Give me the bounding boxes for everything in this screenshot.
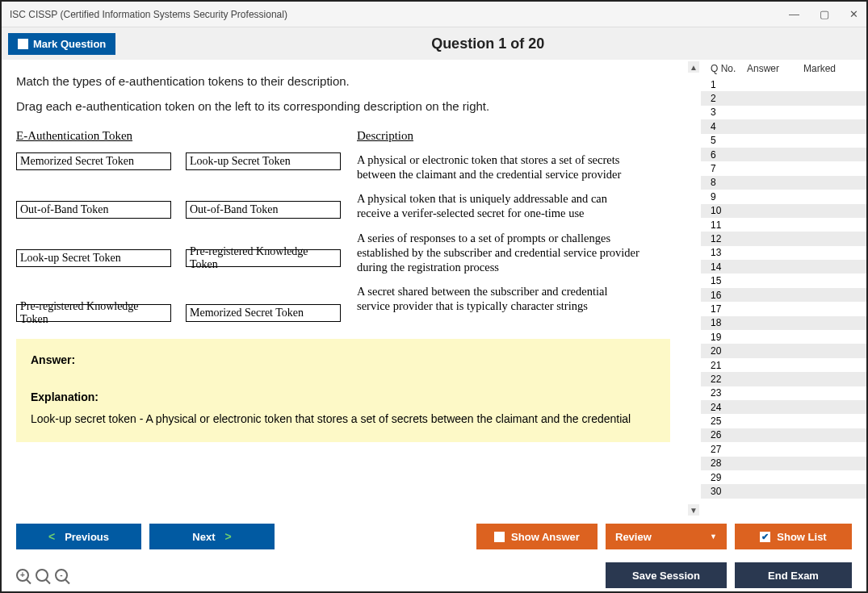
show-answer-checkbox-icon — [494, 532, 505, 542]
question-list-row[interactable]: 23 — [701, 386, 866, 400]
question-number: 19 — [711, 332, 747, 343]
answer-panel: Answer: Explanation: Look-up secret toke… — [16, 339, 670, 442]
drop-target-column: . Look-up Secret Token Out-of-Band Token… — [186, 129, 341, 323]
previous-label: Previous — [65, 531, 109, 543]
show-answer-button[interactable]: Show Answer — [476, 524, 598, 549]
question-list-row[interactable]: 19 — [701, 330, 866, 344]
zoom-out-icon[interactable]: - — [55, 569, 68, 582]
token-dropped[interactable]: Out-of-Band Token — [186, 201, 341, 219]
question-list-row[interactable]: 27 — [701, 442, 866, 456]
question-number: 1 — [711, 79, 747, 90]
question-list-row[interactable]: 18 — [701, 316, 866, 330]
chevron-right-icon: > — [225, 530, 232, 543]
minimize-icon[interactable]: — — [789, 8, 799, 20]
explanation-label: Explanation: — [31, 390, 656, 403]
save-session-button[interactable]: Save Session — [606, 562, 727, 588]
question-list-row[interactable]: 6 — [701, 148, 866, 161]
question-list-row[interactable]: 8 — [701, 176, 866, 190]
review-button[interactable]: Review ▼ — [606, 524, 727, 549]
question-counter: Question 1 of 20 — [115, 35, 860, 52]
show-list-button[interactable]: ✔ Show List — [735, 524, 852, 549]
explanation-text: Look-up secret token - A physical or ele… — [31, 411, 656, 428]
description-item: A physical or electronic token that stor… — [357, 152, 639, 182]
question-list-row[interactable]: 17 — [701, 302, 866, 315]
question-list-row[interactable]: 13 — [701, 246, 866, 260]
dropdown-arrow-icon: ▼ — [710, 532, 717, 541]
question-list-row[interactable]: 16 — [701, 288, 866, 302]
mark-question-label: Mark Question — [33, 38, 106, 50]
question-list-row[interactable]: 10 — [701, 204, 866, 218]
description-item: A secret shared between the subscriber a… — [357, 284, 639, 313]
next-button[interactable]: Next > — [149, 524, 275, 549]
question-number: 13 — [711, 247, 747, 258]
question-number: 21 — [711, 360, 747, 371]
zoom-controls: + - — [16, 569, 68, 582]
question-list-row[interactable]: 2 — [701, 91, 866, 105]
footer: < Previous Next > Show Answer Review ▼ ✔… — [2, 517, 866, 593]
save-session-label: Save Session — [632, 570, 700, 582]
question-number: 16 — [711, 290, 747, 301]
scroll-up-icon[interactable]: ▲ — [688, 61, 699, 73]
question-list-row[interactable]: 24 — [701, 400, 866, 414]
question-list-row[interactable]: 22 — [701, 372, 866, 386]
window-title: ISC CISSP (Certified Information Systems… — [10, 9, 789, 20]
question-number: 11 — [711, 219, 747, 231]
review-label: Review — [615, 531, 652, 543]
question-list-row[interactable]: 14 — [701, 260, 866, 274]
token-source[interactable]: Out-of-Band Token — [16, 201, 171, 219]
question-list-row[interactable]: 4 — [701, 119, 866, 133]
question-list-row[interactable]: 11 — [701, 218, 866, 232]
question-list-row[interactable]: 20 — [701, 344, 866, 357]
question-list[interactable]: 1234567891011121314151617181920212223242… — [701, 77, 866, 499]
token-dropped[interactable]: Memorized Secret Token — [186, 304, 341, 322]
end-exam-button[interactable]: End Exam — [735, 562, 852, 588]
question-list-row[interactable]: 3 — [701, 106, 866, 119]
show-list-label: Show List — [777, 531, 826, 543]
previous-button[interactable]: < Previous — [16, 524, 141, 549]
question-list-row[interactable]: 25 — [701, 414, 866, 428]
question-prompt-1: Match the types of e-authentication toke… — [16, 74, 693, 88]
question-list-row[interactable]: 15 — [701, 274, 866, 287]
token-source[interactable]: Memorized Secret Token — [16, 152, 171, 170]
question-list-row[interactable]: 7 — [701, 161, 866, 175]
qlist-head-qno: Q No. — [711, 63, 747, 74]
maximize-icon[interactable]: ▢ — [820, 8, 829, 20]
question-list-row[interactable]: 12 — [701, 232, 866, 245]
question-number: 17 — [711, 303, 747, 315]
question-number: 29 — [711, 472, 747, 483]
question-number: 23 — [711, 387, 747, 399]
question-list-row[interactable]: 9 — [701, 190, 866, 203]
question-number: 4 — [711, 121, 747, 132]
description-item: A series of responses to a set of prompt… — [357, 231, 639, 274]
question-number: 22 — [711, 374, 747, 385]
question-number: 10 — [711, 205, 747, 216]
question-panel: ▲ Match the types of e-authentication to… — [2, 60, 701, 517]
question-list-row[interactable]: 26 — [701, 428, 866, 442]
question-list-row[interactable]: 30 — [701, 484, 866, 498]
close-icon[interactable]: ✕ — [849, 8, 858, 20]
show-answer-label: Show Answer — [511, 531, 580, 543]
question-list-panel: Q No. Answer Marked 12345678910111213141… — [701, 60, 866, 517]
question-list-row[interactable]: 21 — [701, 358, 866, 372]
zoom-in-icon[interactable]: + — [16, 569, 29, 582]
chevron-left-icon: < — [48, 530, 55, 543]
zoom-reset-icon[interactable] — [36, 569, 48, 582]
question-list-row[interactable]: 5 — [701, 134, 866, 148]
token-source[interactable]: Look-up Secret Token — [16, 249, 171, 267]
token-dropped[interactable]: Look-up Secret Token — [186, 152, 341, 170]
token-dropped[interactable]: Pre-registered Knowledge Token — [186, 249, 341, 267]
end-exam-label: End Exam — [768, 570, 819, 582]
question-list-row[interactable]: 1 — [701, 77, 866, 91]
scroll-down-icon[interactable]: ▼ — [688, 504, 699, 516]
question-list-row[interactable]: 29 — [701, 470, 866, 484]
question-number: 28 — [711, 457, 747, 469]
mark-question-button[interactable]: Mark Question — [8, 33, 115, 55]
question-list-row[interactable]: 28 — [701, 457, 866, 470]
qlist-head-answer: Answer — [747, 63, 803, 74]
show-list-checkbox-icon: ✔ — [760, 532, 770, 542]
question-number: 20 — [711, 345, 747, 357]
question-number: 2 — [711, 93, 747, 104]
header-bar: Mark Question Question 1 of 20 — [2, 27, 866, 60]
question-number: 7 — [711, 163, 747, 174]
token-source[interactable]: Pre-registered Knowledge Token — [16, 304, 171, 322]
